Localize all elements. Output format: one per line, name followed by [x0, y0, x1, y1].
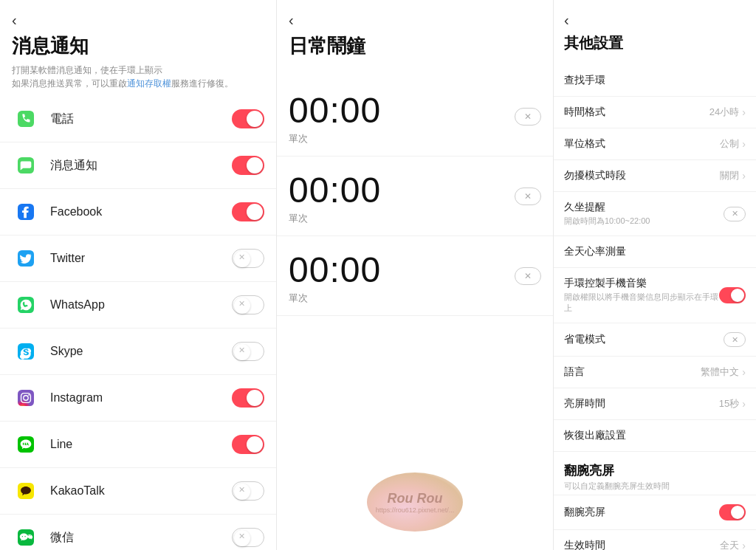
- app-list: 電話消息通知FacebookTwitterWhatsAppSkypeInstag…: [0, 96, 276, 550]
- app-name-skype: Skype: [50, 345, 232, 358]
- arrow-icon-effect-time: ›: [742, 540, 746, 550]
- back-button-left[interactable]: ‹: [12, 12, 264, 29]
- app-item-whatsapp: WhatsApp: [0, 282, 276, 329]
- svg-rect-0: [18, 111, 34, 127]
- toggle-msg[interactable]: [232, 156, 264, 175]
- panel-left-header: ‹ 消息通知 打開某軟體消息通知，使在手環上顯示 如果消息推送異常，可以重啟通知…: [0, 0, 276, 96]
- arrow-icon-time-format: ›: [742, 106, 746, 118]
- settings-item-time-format: 時間格式24小時›: [554, 97, 756, 128]
- app-item-wechat: 微信: [0, 515, 276, 550]
- settings-label-screen-time: 亮屏時間: [564, 397, 719, 410]
- app-name-line: Line: [50, 438, 232, 451]
- toggle-line[interactable]: [232, 435, 264, 454]
- watermark-text: Rou Rou: [388, 491, 443, 506]
- app-name-instagram: Instagram: [50, 391, 232, 405]
- settings-item-power-save: 省電模式✕: [554, 323, 756, 357]
- settings-value-dnd-period: 關閉: [720, 169, 739, 182]
- settings-label-power-save: 省電模式: [564, 333, 724, 346]
- settings-item-flip-bright: 翻腕亮屏: [554, 495, 756, 530]
- toggle-kakao[interactable]: [232, 481, 264, 501]
- settings-title: 其他設置: [564, 33, 746, 53]
- svg-point-9: [28, 394, 30, 396]
- arrow-icon-unit-format: ›: [742, 138, 746, 150]
- settings-label-time-format: 時間格式: [564, 106, 709, 119]
- alarm-freq-1: 單次: [289, 212, 541, 225]
- alarm-time-0: 00:00: [289, 90, 541, 131]
- settings-panel: ‹ 其他設置 查找手環時間格式24小時›單位格式公制›勿擾模式時段關閉›久坐提醒…: [554, 0, 756, 550]
- alarm-list: 00:00單次✕00:00單次✕00:00單次✕: [277, 77, 553, 316]
- app-icon-kakao: [12, 477, 40, 505]
- alarm-item-1: 00:00單次✕: [277, 157, 553, 236]
- app-item-msg: 消息通知: [0, 142, 276, 189]
- app-name-whatsapp: WhatsApp: [50, 298, 232, 312]
- app-name-wechat: 微信: [50, 530, 232, 546]
- settings-item-unit-format: 單位格式公制›: [554, 128, 756, 160]
- alarm-dismiss-1[interactable]: ✕: [515, 188, 541, 205]
- toggle-wechat[interactable]: [232, 528, 264, 547]
- arrow-icon-language: ›: [742, 366, 746, 378]
- watermark-url: https://rou612.pixnet.net/...: [376, 506, 455, 514]
- app-icon-line: [12, 430, 40, 458]
- app-item-skype: Skype: [0, 329, 276, 375]
- settings-sublabel-sedentary: 開啟時間為10:00~22:00: [564, 216, 724, 227]
- panel-right-header: ‹ 其他設置: [554, 0, 756, 65]
- alarm-item-2: 00:00單次✕: [277, 236, 553, 316]
- settings-item-language: 語言繁體中文›: [554, 357, 756, 388]
- x-btn-sedentary[interactable]: ✕: [724, 207, 746, 221]
- app-item-facebook: Facebook: [0, 189, 276, 236]
- x-btn-power-save[interactable]: ✕: [724, 332, 746, 347]
- app-name-kakao: KakaoTalk: [50, 484, 232, 498]
- section-flip: 翻腕亮屏 可以自定義翻腕亮屏生效時間: [554, 452, 756, 495]
- app-icon-twitter: [12, 244, 40, 272]
- alarm-panel: ‹ 日常鬧鐘 00:00單次✕00:00單次✕00:00單次✕ Rou Rou …: [277, 0, 554, 550]
- settings-label-factory-reset: 恢復出廠設置: [564, 429, 746, 442]
- watermark: Rou Rou https://rou612.pixnet.net/...: [356, 469, 474, 535]
- settings-label-find-watch: 查找手環: [564, 74, 746, 87]
- settings-sublabel-music-control: 開啟權限以將手機音樂信息同步顯示在手環上: [564, 292, 719, 314]
- app-item-twitter: Twitter: [0, 236, 276, 282]
- app-item-line: Line: [0, 422, 276, 468]
- app-item-instagram: Instagram: [0, 375, 276, 422]
- app-item-kakao: KakaoTalk: [0, 468, 276, 515]
- svg-rect-6: [18, 390, 34, 406]
- settings-label-unit-format: 單位格式: [564, 137, 720, 151]
- app-icon-phone: [12, 105, 40, 133]
- settings-value-effect-time: 全天: [720, 539, 739, 550]
- panel-mid-header: ‹ 日常鬧鐘: [277, 0, 553, 77]
- settings-item-find-watch: 查找手環: [554, 65, 756, 97]
- alarm-dismiss-2[interactable]: ✕: [515, 267, 541, 285]
- settings-label-music-control: 手環控製手機音樂開啟權限以將手機音樂信息同步顯示在手環上: [564, 277, 719, 314]
- app-name-twitter: Twitter: [50, 252, 232, 265]
- toggle-facebook[interactable]: [232, 202, 264, 221]
- settings-toggle-flip-bright[interactable]: [719, 504, 746, 520]
- settings-item-sedentary: 久坐提醒開啟時間為10:00~22:00✕: [554, 192, 756, 236]
- settings-label-heart-rate: 全天心率測量: [564, 245, 746, 258]
- toggle-skype[interactable]: [232, 342, 264, 361]
- alarm-dismiss-0[interactable]: ✕: [515, 108, 541, 126]
- toggle-twitter[interactable]: [232, 249, 264, 268]
- notification-access-link[interactable]: 通知存取權: [127, 78, 171, 89]
- toggle-whatsapp[interactable]: [232, 295, 264, 314]
- back-button-mid[interactable]: ‹: [289, 12, 541, 29]
- back-button-right[interactable]: ‹: [564, 12, 746, 29]
- toggle-phone[interactable]: [232, 109, 264, 128]
- app-name-facebook: Facebook: [50, 205, 232, 219]
- alarm-freq-2: 單次: [289, 292, 541, 305]
- settings-toggle-music-control[interactable]: [719, 287, 746, 303]
- alarm-freq-0: 單次: [289, 132, 541, 145]
- app-icon-instagram: [12, 384, 40, 412]
- settings-label-flip-bright: 翻腕亮屏: [564, 506, 719, 519]
- toggle-instagram[interactable]: [232, 388, 264, 408]
- settings-label-dnd-period: 勿擾模式時段: [564, 169, 720, 182]
- settings-value-time-format: 24小時: [709, 106, 739, 119]
- settings-item-dnd-period: 勿擾模式時段關閉›: [554, 160, 756, 192]
- settings-value-language: 繁體中文: [701, 365, 739, 379]
- settings-item-effect-time: 生效時間全天›: [554, 530, 756, 550]
- arrow-icon-dnd-period: ›: [742, 170, 746, 182]
- app-name-msg: 消息通知: [50, 158, 232, 173]
- page-title-left: 消息通知: [12, 33, 264, 59]
- settings-item-screen-time: 亮屏時間15秒›: [554, 388, 756, 420]
- app-icon-wechat: [12, 523, 40, 550]
- app-icon-whatsapp: [12, 291, 40, 319]
- subtitle-left: 打開某軟體消息通知，使在手環上顯示 如果消息推送異常，可以重啟通知存取權服務進行…: [12, 63, 264, 90]
